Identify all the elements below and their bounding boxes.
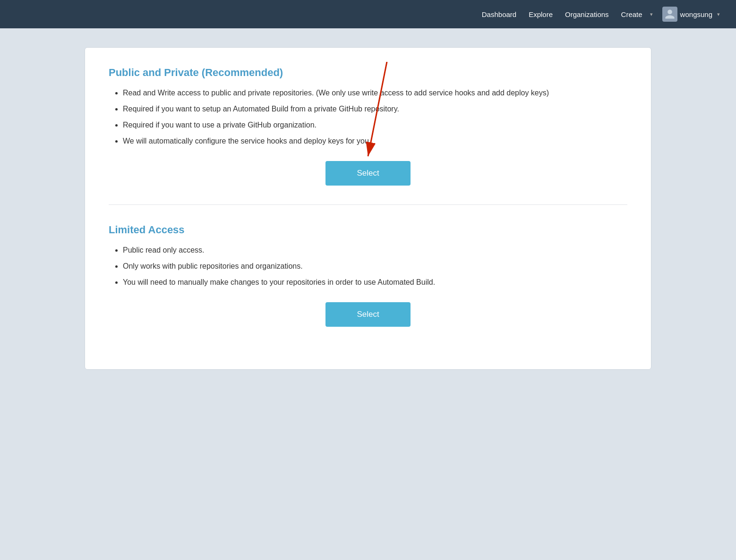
user-avatar-icon: [664, 8, 676, 20]
nav-username: wongsung: [680, 10, 712, 18]
page-body: Public and Private (Recommended) Read an…: [0, 28, 736, 389]
nav-create[interactable]: Create: [616, 8, 647, 21]
user-dropdown-arrow[interactable]: ▾: [715, 8, 722, 20]
list-item: Required if you want to setup an Automat…: [123, 103, 627, 115]
nav-dashboard[interactable]: Dashboard: [477, 8, 521, 21]
list-item: Only works with public repositories and …: [123, 261, 627, 272]
nav-explore[interactable]: Explore: [524, 8, 557, 21]
nav-user-wrapper[interactable]: wongsung ▾: [662, 7, 722, 22]
list-item: Required if you want to use a private Gi…: [123, 119, 627, 131]
main-card: Public and Private (Recommended) Read an…: [85, 47, 651, 370]
section-limited-access: Limited Access Public read only access. …: [109, 224, 627, 327]
list-item: You will need to manually make changes t…: [123, 277, 627, 288]
list-item: We will automatically configure the serv…: [123, 136, 627, 147]
section-limited-access-title: Limited Access: [109, 224, 627, 236]
select-button-limited-access[interactable]: Select: [325, 302, 411, 327]
select-btn-wrapper-2: Select: [109, 302, 627, 327]
avatar: [662, 7, 677, 22]
create-dropdown-arrow[interactable]: ▾: [648, 8, 655, 20]
section-public-private: Public and Private (Recommended) Read an…: [109, 67, 627, 186]
section-public-private-title: Public and Private (Recommended): [109, 67, 627, 79]
select-btn-wrapper-1: Select: [109, 161, 627, 186]
section-limited-access-list: Public read only access. Only works with…: [109, 245, 627, 288]
navbar: Dashboard Explore Organizations Create ▾…: [0, 0, 736, 28]
nav-create-wrapper: Create ▾: [616, 8, 655, 21]
section-public-private-list: Read and Write access to public and priv…: [109, 87, 627, 147]
list-item: Read and Write access to public and priv…: [123, 87, 627, 99]
list-item: Public read only access.: [123, 245, 627, 256]
nav-organizations[interactable]: Organizations: [560, 8, 614, 21]
select-button-public-private[interactable]: Select: [325, 161, 411, 186]
section-divider: [109, 204, 627, 205]
